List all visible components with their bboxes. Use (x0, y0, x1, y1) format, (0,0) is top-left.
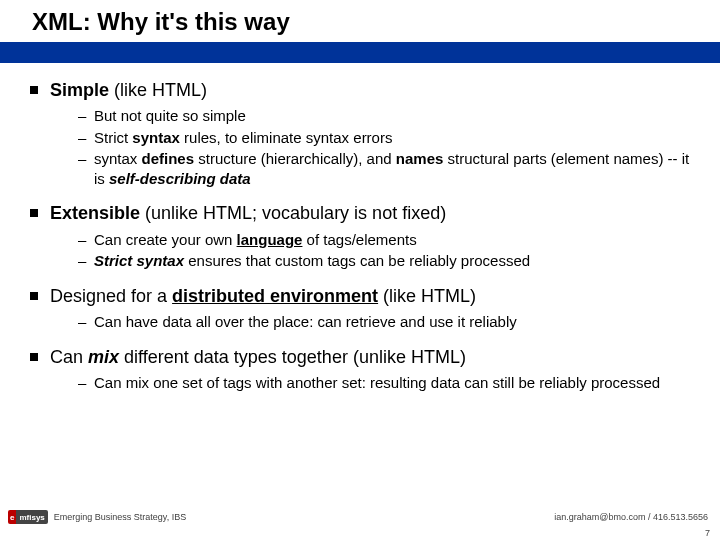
bullet-head: Can mix different data types together (u… (50, 347, 466, 367)
sub-bullet-item: Strict syntax ensures that custom tags c… (78, 251, 692, 271)
sub-bullet-list: Can mix one set of tags with another set… (50, 373, 692, 393)
slide: XML: Why it's this way Simple (like HTML… (0, 0, 720, 540)
bullet-head: Extensible (unlike HTML; vocabulary is n… (50, 203, 446, 223)
footer-left-text: Emerging Business Strategy, IBS (54, 512, 186, 522)
bullet-head: Designed for a distributed environment (… (50, 286, 476, 306)
logo: e mfisys (8, 510, 48, 524)
bullet-item: Designed for a distributed environment (… (28, 285, 692, 332)
sub-bullet-list: Can create your own language of tags/ele… (50, 230, 692, 271)
sub-bullet-list: But not quite so simpleStrict syntax rul… (50, 106, 692, 188)
footer-right-text: ian.graham@bmo.com / 416.513.5656 (554, 512, 708, 522)
footer: e mfisys Emerging Business Strategy, IBS… (0, 508, 720, 526)
slide-title: XML: Why it's this way (32, 8, 720, 36)
sub-bullet-item: But not quite so simple (78, 106, 692, 126)
content-area: Simple (like HTML)But not quite so simpl… (0, 63, 720, 393)
bullet-item: Simple (like HTML)But not quite so simpl… (28, 79, 692, 188)
title-underline-bar (0, 45, 720, 63)
sub-bullet-item: Can create your own language of tags/ele… (78, 230, 692, 250)
page-number: 7 (705, 528, 710, 538)
sub-bullet-item: Can mix one set of tags with another set… (78, 373, 692, 393)
sub-bullet-list: Can have data all over the place: can re… (50, 312, 692, 332)
bullet-list: Simple (like HTML)But not quite so simpl… (28, 79, 692, 393)
logo-red-part: e (8, 510, 16, 524)
sub-bullet-item: Can have data all over the place: can re… (78, 312, 692, 332)
logo-grey-part: mfisys (16, 510, 47, 524)
bullet-head: Simple (like HTML) (50, 80, 207, 100)
sub-bullet-item: Strict syntax rules, to eliminate syntax… (78, 128, 692, 148)
bullet-item: Can mix different data types together (u… (28, 346, 692, 393)
sub-bullet-item: syntax defines structure (hierarchically… (78, 149, 692, 188)
bullet-item: Extensible (unlike HTML; vocabulary is n… (28, 202, 692, 270)
title-block: XML: Why it's this way (0, 0, 720, 45)
